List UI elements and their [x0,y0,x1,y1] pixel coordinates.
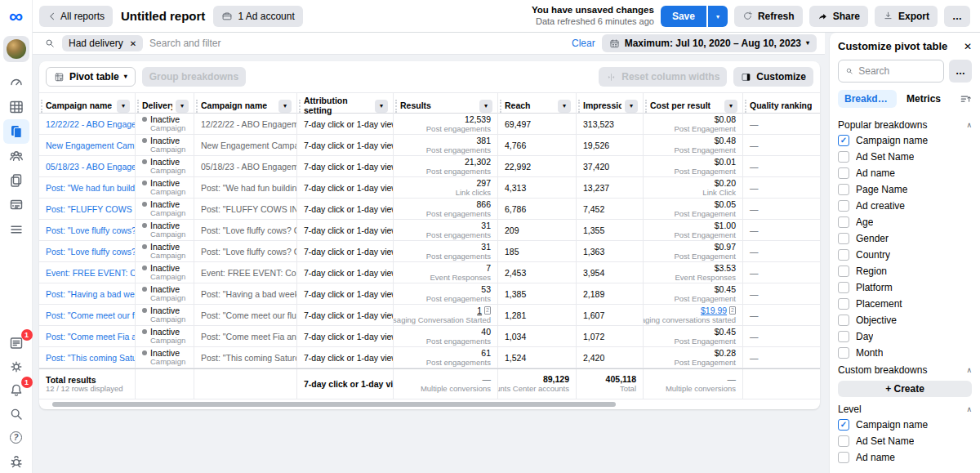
section-popular-breakdowns[interactable]: Popular breakdowns ∧ [838,118,972,132]
panel-more-button[interactable]: … [949,60,972,83]
column-header-impressions[interactable]: Impressions▾ [577,93,644,119]
remove-filter-icon[interactable]: ✕ [130,39,136,48]
checkbox-list-item[interactable]: ✓ Month [838,345,972,361]
campaign-name-link[interactable]: Post: "Love fluffy cows? C... [46,225,128,235]
column-header-quality-ranking[interactable]: Quality ranking [743,93,820,119]
checkbox-list-item[interactable]: ✓ Ad name [838,449,972,466]
sidebar-item-ad-accounts[interactable] [3,193,29,217]
sidebar-item-report-bug[interactable] [3,449,29,473]
checkbox[interactable]: ✓ [838,184,849,195]
close-panel-icon[interactable]: ✕ [964,41,972,52]
checkbox[interactable]: ✓ [838,452,849,463]
all-reports-back-button[interactable]: All reports [39,6,113,27]
collapse-icon[interactable]: ∧ [966,405,972,413]
checkbox[interactable]: ✓ [838,249,849,261]
share-button[interactable]: Share [809,6,868,27]
campaign-name-link[interactable]: New Engagement Campai... [46,141,128,150]
checkbox-list-item[interactable]: ✓ Age [838,214,972,230]
checkbox-list-item[interactable]: ✓ Ad name [838,165,972,181]
checkbox[interactable]: ✓ [838,151,849,163]
export-button[interactable]: Export [875,6,938,27]
date-range-selector[interactable]: Maximum: Jul 10, 2020 – Aug 10, 2023 ▾ [602,34,817,52]
column-header-campaign-name-2[interactable]: Campaign name▾ [194,93,297,119]
campaign-name-link[interactable]: Post: "Come meet our fluf... [46,310,128,320]
sidebar-item-collections[interactable] [3,168,29,193]
checkbox[interactable]: ✓ [838,315,849,326]
checkbox[interactable]: ✓ [838,419,849,431]
collapse-icon[interactable]: ∧ [966,366,972,374]
checkbox-list-item[interactable]: ✓ Campaign name [838,417,972,433]
checkbox-list-item[interactable]: ✓ Country [838,247,972,263]
column-header-cost-per-result[interactable]: Cost per result▾ [644,93,743,119]
sort-dropdown-icon[interactable]: ▾ [176,100,189,113]
tab-breakdowns[interactable]: Breakdo... [838,90,897,108]
campaign-name-link[interactable]: Event: FREE EVENT: Come... [46,268,128,278]
campaign-name-link[interactable]: 05/18/23 - ABO Engagem... [46,162,128,172]
panel-search[interactable] [838,60,944,83]
column-header-delivery[interactable]: Delivery▾ [136,93,194,119]
checkbox-list-item[interactable]: ✓ Gender [838,230,972,247]
sort-dropdown-icon[interactable]: ▾ [375,100,388,113]
meta-logo[interactable]: ∞ [0,0,32,33]
checkbox[interactable]: ✓ [838,216,849,228]
checkbox-list-item[interactable]: ✓ Page Name [838,181,972,198]
sidebar-item-ads-reporting[interactable] [3,119,29,144]
checkbox[interactable]: ✓ [838,200,849,212]
column-header-attribution-setting[interactable]: Attribution setting▾ [297,93,394,119]
reorder-icon[interactable] [960,93,972,105]
checkbox-list-item[interactable]: ✓ Platform [838,279,972,296]
sidebar-item-search[interactable] [3,402,29,426]
sort-dropdown-icon[interactable]: ▾ [117,100,130,113]
campaign-name-link[interactable]: Post: "Love fluffy cows? C... [46,247,128,257]
checkbox[interactable]: ✓ [838,266,849,277]
sidebar-item-updates[interactable]: 1 [3,331,29,355]
checkbox[interactable]: ✓ [838,347,849,359]
campaign-name-link[interactable]: Post: "FLUFFY COWS IN M... [46,204,128,214]
campaign-name-link[interactable]: Post: "We had fun building... [46,183,128,193]
panel-search-input[interactable] [858,65,937,77]
checkbox-list-item[interactable]: ✓ Objective [838,312,972,328]
more-options-button[interactable]: … [944,6,970,27]
section-custom-breakdowns[interactable]: Custom breakdowns ∧ [838,363,972,377]
checkbox[interactable]: ✓ [838,135,849,146]
column-header-campaign-name[interactable]: Campaign name▾ [39,93,136,119]
pivot-table-dropdown[interactable]: Pivot table ▾ [46,67,136,87]
campaign-name-link[interactable]: Post: "This coming Saturd... [46,353,128,363]
checkbox[interactable]: ✓ [838,298,849,310]
sidebar-item-audiences[interactable] [3,144,29,168]
search-and-filter-input[interactable] [149,38,565,49]
business-avatar[interactable] [3,36,29,62]
checkbox[interactable]: ✓ [838,167,849,179]
checkbox[interactable]: ✓ [838,233,849,244]
sort-dropdown-icon[interactable]: ▾ [724,100,737,113]
save-dropdown-button[interactable]: ▾ [708,6,728,27]
sort-dropdown-icon[interactable]: ▾ [278,100,292,113]
ad-account-badge[interactable]: 1 Ad account [213,6,302,27]
sidebar-item-dashboard[interactable] [3,70,29,95]
sort-dropdown-icon[interactable]: ▾ [479,100,492,113]
sort-dropdown-icon[interactable]: ▾ [558,100,571,113]
collapse-icon[interactable]: ∧ [966,121,972,129]
checkbox-list-item[interactable]: ✓ Day [838,328,972,345]
campaign-name-link[interactable]: Post: "Having a bad week?... [46,289,128,299]
checkbox[interactable]: ✓ [838,435,849,447]
sidebar-item-all-tools[interactable] [3,217,29,242]
checkbox-list-item[interactable]: ✓ Ad Set Name [838,149,972,165]
section-level[interactable]: Level ∧ [838,402,972,417]
column-header-results[interactable]: Results▾ [394,93,498,119]
sidebar-item-notifications[interactable]: 1 [3,378,29,402]
sidebar-item-tables[interactable] [3,95,29,119]
column-header-reach[interactable]: Reach▾ [498,93,577,119]
horizontal-scrollbar[interactable] [39,399,820,409]
checkbox[interactable]: ✓ [838,331,849,342]
filter-chip-had-delivery[interactable]: Had delivery ✕ [62,35,143,51]
campaign-name-link[interactable]: Post: "Come meet Fia and... [46,332,128,341]
sidebar-item-settings[interactable] [3,355,29,378]
checkbox[interactable]: ✓ [838,282,849,293]
group-breakdowns-button[interactable]: Group breakdowns [142,67,246,87]
tab-metrics[interactable]: Metrics [900,90,947,108]
sort-dropdown-icon[interactable]: ▾ [625,100,638,113]
refresh-button[interactable]: Refresh [734,6,803,27]
scrollbar-thumb[interactable] [52,402,616,407]
sidebar-item-help[interactable]: ? [3,426,29,449]
